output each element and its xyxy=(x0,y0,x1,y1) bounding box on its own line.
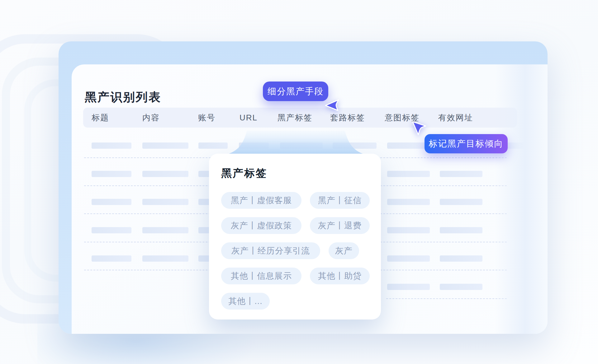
skeleton-bar xyxy=(280,142,323,149)
page-background: 黑产识别列表 标题内容账号URL黑产标签套路标签意图标签有效网址 黑产标签 黑产… xyxy=(0,0,598,364)
skeleton-bar xyxy=(92,255,131,262)
tag-pill[interactable]: 灰产丨经历分享引流 xyxy=(221,242,320,259)
window-content: 黑产识别列表 标题内容账号URL黑产标签套路标签意图标签有效网址 黑产标签 黑产… xyxy=(72,64,548,334)
table-header-row: 标题内容账号URL黑产标签套路标签意图标签有效网址 xyxy=(83,108,517,128)
skeleton-bar xyxy=(142,171,188,177)
tag-pill-row: 其他丨... xyxy=(221,293,381,310)
tag-pill[interactable]: 灰产丨虚假政策 xyxy=(221,217,301,234)
skeleton-bar xyxy=(387,171,430,177)
skeleton-bar xyxy=(142,227,188,233)
skeleton-bar xyxy=(387,199,430,205)
tag-pill[interactable]: 其他丨信息展示 xyxy=(221,268,301,284)
tooltip-method-label: 细分黑产手段 xyxy=(263,82,328,101)
skeleton-bar xyxy=(92,199,131,205)
skeleton-bar xyxy=(92,227,131,233)
row-divider xyxy=(386,298,507,299)
tag-pill[interactable]: 灰产 xyxy=(329,242,359,259)
skeleton-bar xyxy=(333,142,377,149)
tag-pill-row: 灰产丨虚假政策灰产丨退费 xyxy=(221,217,381,234)
column-header: 有效网址 xyxy=(438,108,473,128)
skeleton-bar xyxy=(440,199,482,205)
skeleton-bar xyxy=(92,142,131,149)
skeleton-bar xyxy=(387,284,430,290)
skeleton-bar xyxy=(239,142,269,149)
tag-pill-row: 其他丨信息展示其他丨助贷 xyxy=(221,268,381,284)
tag-pill[interactable]: 黑产丨征信 xyxy=(310,192,370,209)
skeleton-bar xyxy=(142,255,188,262)
column-header: URL xyxy=(240,108,258,128)
skeleton-bar xyxy=(440,255,482,262)
cursor-icon xyxy=(325,99,340,112)
column-header: 黑产标签 xyxy=(278,108,312,128)
cursor-icon xyxy=(412,121,427,136)
tag-pill[interactable]: 黑产丨虚假客服 xyxy=(221,192,301,209)
skeleton-bar xyxy=(387,255,430,262)
skeleton-bar xyxy=(387,227,430,233)
skeleton-bar xyxy=(440,284,482,290)
tag-pill-row: 灰产丨经历分享引流灰产 xyxy=(221,242,381,259)
column-header: 标题 xyxy=(92,108,109,128)
content-right-shade xyxy=(495,64,548,334)
skeleton-bar xyxy=(440,171,482,177)
tooltip-intent-label: 标记黑产目标倾向 xyxy=(425,134,508,153)
tag-pill[interactable]: 灰产丨退费 xyxy=(310,217,370,234)
skeleton-bar xyxy=(142,199,188,205)
tag-pill-row: 黑产丨虚假客服黑产丨征信 xyxy=(221,192,381,209)
page-title: 黑产识别列表 xyxy=(85,89,161,105)
tag-pill[interactable]: 其他丨... xyxy=(221,293,270,310)
skeleton-bar xyxy=(142,142,188,149)
skeleton-bar xyxy=(387,142,430,149)
skeleton-bar xyxy=(440,227,482,233)
column-header: 内容 xyxy=(142,108,160,128)
skeleton-bar xyxy=(198,142,228,149)
tag-popup: 黑产标签 黑产丨虚假客服黑产丨征信灰产丨虚假政策灰产丨退费灰产丨经历分享引流灰产… xyxy=(209,154,381,320)
column-header: 账号 xyxy=(198,108,216,128)
tag-popup-title: 黑产标签 xyxy=(221,166,381,180)
tag-pill[interactable]: 其他丨助贷 xyxy=(310,268,370,284)
tag-pill-list: 黑产丨虚假客服黑产丨征信灰产丨虚假政策灰产丨退费灰产丨经历分享引流灰产其他丨信息… xyxy=(221,192,381,310)
skeleton-bar xyxy=(92,171,131,177)
